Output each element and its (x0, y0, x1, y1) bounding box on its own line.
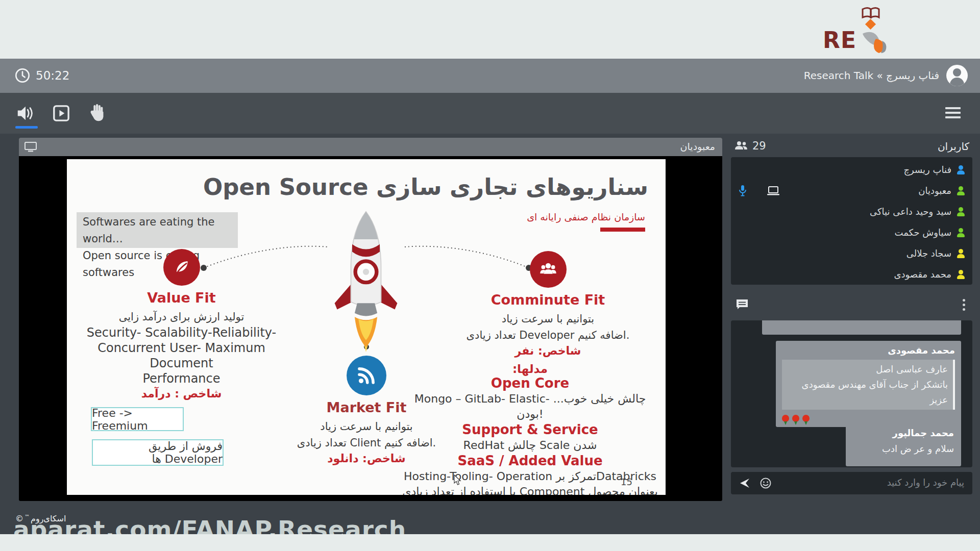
hand-icon (88, 104, 106, 122)
value-fit-kpi: شاخص : درآمد (68, 387, 295, 400)
slide: سناریوهای تجاری سازی Open Source سازمان … (67, 159, 666, 495)
user-status-icon (957, 228, 965, 237)
user-name: سجاد جلالی (906, 248, 951, 259)
user-list-item[interactable]: سیاوش حکمت (731, 222, 972, 243)
chat-message: محمد مقصودی عارف عباسی اصل باتشکر از جنا… (776, 341, 961, 427)
support-service-desc: RedHat چالش Scale شدن (401, 438, 659, 453)
user-status-icon (957, 207, 965, 216)
quote-line1: Softwares are eating the world… (83, 214, 232, 247)
room-title-wrap: فناپ ریسرچ » Research Talk (804, 65, 968, 86)
slide-title: سناریوهای تجاری سازی Open Source (203, 173, 648, 201)
comminute-fit-line2: تعداد زیادی Developer اضافه کنیم. (460, 327, 636, 343)
people-icon (734, 140, 748, 152)
timer-text: 50:22 (36, 69, 69, 82)
rose-emoji (792, 415, 799, 422)
support-service-title: Support & Service (401, 422, 659, 438)
screen-share-icon[interactable] (24, 141, 37, 155)
comminute-fit-kpi: شاخص: نفر (460, 344, 636, 357)
open-core-desc: Mongo – GitLab- Elastic- ...چالش خیلی خو… (401, 391, 659, 422)
chat-input[interactable]: پیام خود را وارد کنید (731, 472, 972, 494)
kebab-dot (963, 308, 965, 311)
laptop-icon[interactable] (767, 186, 780, 196)
hamburger-line (945, 107, 961, 109)
users-list[interactable]: فناپ ریسرچ (731, 157, 972, 285)
chat-panel-header (731, 296, 972, 314)
session-header-bar: 50:22 فناپ ریسرچ » Research Talk (0, 59, 980, 93)
user-name: محمد مقصودی (894, 269, 951, 280)
smiley-icon[interactable] (760, 477, 772, 491)
speaker-icon (16, 105, 35, 121)
chat-quote-line2: باتشکر از جناب آقای مهندس مقصودی عزیز (787, 377, 948, 408)
user-status-icon (957, 186, 965, 195)
users-count-number: 29 (752, 140, 766, 152)
user-name: معبودیان (918, 185, 951, 196)
comminute-fit-line1: بتوانیم با سرعت زیاد (460, 311, 636, 327)
rss-icon (347, 356, 386, 395)
subtitle-underline (600, 228, 645, 232)
chat-message-partial (762, 320, 961, 335)
send-icon[interactable] (738, 477, 751, 491)
open-core-title: Open Core (401, 375, 659, 391)
logo-text: RE (823, 27, 856, 53)
value-fit-en2: Concurrent User- Maximum Document (68, 340, 295, 371)
video-button[interactable] (50, 102, 72, 124)
comminute-fit-title: Comminute Fit (460, 292, 636, 308)
user-list-item[interactable]: سید وحید داعی نیاکی (731, 201, 972, 222)
value-fit-en1: Security- Scalability-Reliability- (68, 325, 295, 340)
saas-title: SaaS / Added Value (401, 453, 659, 469)
user-status-icon (957, 165, 965, 174)
chat-author: محمد مقصودی (782, 345, 955, 356)
user-list-item[interactable]: معبودیان (731, 180, 972, 201)
media-toolbar (0, 93, 980, 134)
user-list-item[interactable]: سجاد جلالی (731, 243, 972, 264)
skyroom-name: اسکای‌روم (31, 514, 66, 523)
copyright-symbol: © (15, 514, 23, 523)
rocket-illustration (322, 209, 410, 352)
slide-page-number: 15 (621, 477, 632, 487)
presentation-header: معبودیان (19, 138, 722, 156)
user-status-icon (957, 270, 965, 279)
chat-messages[interactable]: محمد مقصودی عارف عباسی اصل باتشکر از جنا… (731, 320, 972, 467)
quote-box: Softwares are eating the world… Open sou… (77, 212, 238, 248)
slide-subtitle: سازمان نظام صنفی رایانه ای (527, 211, 645, 222)
main-area: معبودیان (0, 134, 980, 534)
slide-title-fa: سناریوهای تجاری سازی (376, 173, 648, 201)
fanap-research-logo: RE (823, 5, 899, 56)
rose-emojis (782, 415, 955, 422)
presentation-panel: معبودیان (19, 138, 722, 501)
leaf-icon (163, 249, 200, 286)
chat-icon (735, 298, 749, 313)
models-heading: مدلها: (401, 362, 659, 375)
chat-author: محمد جمالپور (853, 428, 954, 438)
chat-quoted-message: عارف عباسی اصل باتشکر از جناب آقای مهندس… (782, 360, 955, 410)
avatar[interactable] (946, 65, 968, 86)
hamburger-line (945, 116, 961, 118)
value-fit-title: Value Fit (68, 290, 295, 306)
microphone-icon[interactable] (738, 185, 747, 197)
raise-hand-button[interactable] (86, 102, 108, 124)
user-name: سیاوش حکمت (894, 227, 951, 238)
kebab-dot (963, 299, 965, 302)
user-status-icon (957, 249, 965, 258)
hamburger-menu-button[interactable] (945, 107, 961, 121)
comminute-fit-section: Comminute Fit بتوانیم با سرعت زیاد تعداد… (460, 251, 636, 357)
rose-emoji (782, 415, 789, 422)
speaker-button[interactable] (14, 102, 37, 124)
rose-emoji (802, 415, 810, 422)
user-list-item[interactable]: فناپ ریسرچ (731, 159, 972, 180)
video-play-icon (53, 105, 70, 122)
value-fit-line-fa: تولید ارزش برای درآمد زایی (68, 309, 295, 325)
people-group-icon (530, 251, 567, 288)
top-logo-bar: RE (0, 0, 980, 59)
chat-menu-kebab[interactable] (963, 299, 965, 313)
presenter-name-label: معبودیان (680, 141, 715, 152)
hamburger-line (945, 112, 961, 114)
chat-quote-line1: عارف عباسی اصل (787, 362, 948, 377)
models-section: مدلها: Open Core Mongo – GitLab- Elastic… (401, 362, 659, 495)
bottom-light-band (0, 534, 980, 551)
value-fit-en3: Performance (68, 371, 295, 386)
trademark-symbol: ™ (24, 514, 30, 519)
user-list-item[interactable]: محمد مقصودی (731, 264, 972, 285)
users-panel-header: 29 کاربران (731, 138, 972, 156)
free-freemium-box: Free -> Freemium (91, 407, 184, 431)
